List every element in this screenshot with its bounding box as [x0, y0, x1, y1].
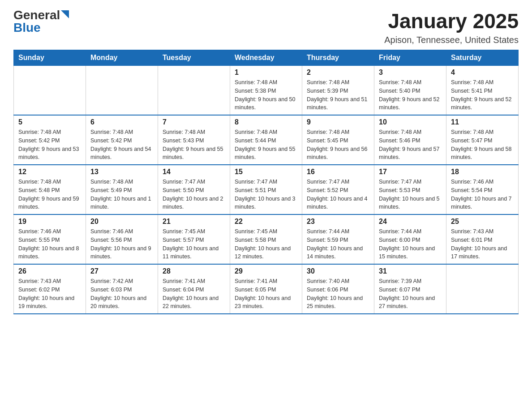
- day-number: 12: [18, 168, 81, 176]
- calendar-week-row: 26Sunrise: 7:43 AM Sunset: 6:02 PM Dayli…: [14, 264, 519, 314]
- calendar-table: Sunday Monday Tuesday Wednesday Thursday…: [13, 50, 519, 314]
- day-info: Sunrise: 7:48 AM Sunset: 5:42 PM Dayligh…: [90, 128, 153, 162]
- table-row: 25Sunrise: 7:43 AM Sunset: 6:01 PM Dayli…: [446, 214, 519, 264]
- day-number: 10: [379, 118, 442, 126]
- day-info: Sunrise: 7:48 AM Sunset: 5:41 PM Dayligh…: [451, 78, 514, 112]
- col-sunday: Sunday: [14, 50, 86, 66]
- day-info: Sunrise: 7:48 AM Sunset: 5:47 PM Dayligh…: [451, 128, 514, 162]
- table-row: 7Sunrise: 7:48 AM Sunset: 5:43 PM Daylig…: [158, 115, 230, 165]
- day-number: 24: [379, 218, 442, 226]
- day-number: 28: [163, 267, 225, 275]
- day-info: Sunrise: 7:48 AM Sunset: 5:46 PM Dayligh…: [379, 128, 442, 162]
- day-number: 11: [451, 118, 514, 126]
- table-row: 4Sunrise: 7:48 AM Sunset: 5:41 PM Daylig…: [446, 66, 519, 116]
- day-number: 31: [379, 267, 442, 275]
- day-info: Sunrise: 7:48 AM Sunset: 5:44 PM Dayligh…: [235, 128, 297, 162]
- table-row: [14, 66, 86, 116]
- col-saturday: Saturday: [446, 50, 519, 66]
- day-number: 14: [163, 168, 225, 176]
- day-info: Sunrise: 7:45 AM Sunset: 5:58 PM Dayligh…: [235, 227, 297, 261]
- day-info: Sunrise: 7:48 AM Sunset: 5:49 PM Dayligh…: [90, 178, 153, 211]
- day-number: 16: [307, 168, 369, 176]
- table-row: 13Sunrise: 7:48 AM Sunset: 5:49 PM Dayli…: [86, 165, 158, 214]
- calendar-week-row: 12Sunrise: 7:48 AM Sunset: 5:48 PM Dayli…: [14, 165, 519, 214]
- day-number: 6: [90, 118, 153, 126]
- day-info: Sunrise: 7:47 AM Sunset: 5:53 PM Dayligh…: [379, 178, 442, 211]
- table-row: 11Sunrise: 7:48 AM Sunset: 5:47 PM Dayli…: [446, 115, 519, 165]
- calendar-week-row: 1Sunrise: 7:48 AM Sunset: 5:38 PM Daylig…: [14, 66, 519, 116]
- table-row: 28Sunrise: 7:41 AM Sunset: 6:04 PM Dayli…: [158, 264, 230, 314]
- table-row: 10Sunrise: 7:48 AM Sunset: 5:46 PM Dayli…: [374, 115, 446, 165]
- day-info: Sunrise: 7:47 AM Sunset: 5:51 PM Dayligh…: [235, 178, 297, 211]
- logo-blue-text: Blue: [13, 21, 41, 34]
- day-info: Sunrise: 7:39 AM Sunset: 6:07 PM Dayligh…: [379, 277, 442, 311]
- table-row: 30Sunrise: 7:40 AM Sunset: 6:06 PM Dayli…: [302, 264, 374, 314]
- table-row: 6Sunrise: 7:48 AM Sunset: 5:42 PM Daylig…: [86, 115, 158, 165]
- day-info: Sunrise: 7:41 AM Sunset: 6:05 PM Dayligh…: [235, 277, 297, 311]
- day-info: Sunrise: 7:43 AM Sunset: 6:01 PM Dayligh…: [451, 227, 514, 261]
- calendar-subtitle: Apison, Tennessee, United States: [384, 35, 519, 45]
- day-number: 27: [90, 267, 153, 275]
- day-info: Sunrise: 7:48 AM Sunset: 5:38 PM Dayligh…: [235, 78, 297, 112]
- table-row: 27Sunrise: 7:42 AM Sunset: 6:03 PM Dayli…: [86, 264, 158, 314]
- col-wednesday: Wednesday: [230, 50, 302, 66]
- table-row: 23Sunrise: 7:44 AM Sunset: 5:59 PM Dayli…: [302, 214, 374, 264]
- day-info: Sunrise: 7:46 AM Sunset: 5:56 PM Dayligh…: [90, 227, 153, 261]
- table-row: 26Sunrise: 7:43 AM Sunset: 6:02 PM Dayli…: [14, 264, 86, 314]
- day-number: 23: [307, 218, 369, 226]
- day-number: 29: [235, 267, 297, 275]
- calendar-week-row: 19Sunrise: 7:46 AM Sunset: 5:55 PM Dayli…: [14, 214, 519, 264]
- day-number: 17: [379, 168, 442, 176]
- col-tuesday: Tuesday: [158, 50, 230, 66]
- day-info: Sunrise: 7:44 AM Sunset: 5:59 PM Dayligh…: [307, 227, 369, 261]
- day-number: 21: [163, 218, 225, 226]
- table-row: 1Sunrise: 7:48 AM Sunset: 5:38 PM Daylig…: [230, 66, 302, 116]
- table-row: 19Sunrise: 7:46 AM Sunset: 5:55 PM Dayli…: [14, 214, 86, 264]
- day-number: 22: [235, 218, 297, 226]
- table-row: [86, 66, 158, 116]
- table-row: 14Sunrise: 7:47 AM Sunset: 5:50 PM Dayli…: [158, 165, 230, 214]
- calendar-header-row: Sunday Monday Tuesday Wednesday Thursday…: [14, 50, 519, 66]
- table-row: 9Sunrise: 7:48 AM Sunset: 5:45 PM Daylig…: [302, 115, 374, 165]
- table-row: 17Sunrise: 7:47 AM Sunset: 5:53 PM Dayli…: [374, 165, 446, 214]
- day-number: 20: [90, 218, 153, 226]
- day-info: Sunrise: 7:46 AM Sunset: 5:54 PM Dayligh…: [451, 178, 514, 211]
- day-number: 19: [18, 218, 81, 226]
- table-row: 21Sunrise: 7:45 AM Sunset: 5:57 PM Dayli…: [158, 214, 230, 264]
- day-info: Sunrise: 7:48 AM Sunset: 5:43 PM Dayligh…: [163, 128, 225, 162]
- logo-general-text: General: [13, 9, 60, 21]
- day-number: 5: [18, 118, 81, 126]
- calendar-title: January 2025: [384, 9, 519, 33]
- col-friday: Friday: [374, 50, 446, 66]
- day-info: Sunrise: 7:48 AM Sunset: 5:40 PM Dayligh…: [379, 78, 442, 112]
- day-number: 4: [451, 68, 514, 77]
- day-info: Sunrise: 7:47 AM Sunset: 5:52 PM Dayligh…: [307, 178, 369, 211]
- page-header: General Blue January 2025 Apison, Tennes…: [13, 9, 519, 45]
- day-number: 9: [307, 118, 369, 126]
- logo: General Blue: [13, 9, 69, 34]
- day-info: Sunrise: 7:44 AM Sunset: 6:00 PM Dayligh…: [379, 227, 442, 261]
- day-number: 25: [451, 218, 514, 226]
- col-thursday: Thursday: [302, 50, 374, 66]
- day-number: 7: [163, 118, 225, 126]
- table-row: 22Sunrise: 7:45 AM Sunset: 5:58 PM Dayli…: [230, 214, 302, 264]
- day-number: 8: [235, 118, 297, 126]
- table-row: 15Sunrise: 7:47 AM Sunset: 5:51 PM Dayli…: [230, 165, 302, 214]
- table-row: 12Sunrise: 7:48 AM Sunset: 5:48 PM Dayli…: [14, 165, 86, 214]
- col-monday: Monday: [86, 50, 158, 66]
- day-number: 30: [307, 267, 369, 275]
- day-info: Sunrise: 7:48 AM Sunset: 5:45 PM Dayligh…: [307, 128, 369, 162]
- day-info: Sunrise: 7:45 AM Sunset: 5:57 PM Dayligh…: [163, 227, 225, 261]
- day-number: 3: [379, 68, 442, 77]
- table-row: 20Sunrise: 7:46 AM Sunset: 5:56 PM Dayli…: [86, 214, 158, 264]
- table-row: [158, 66, 230, 116]
- day-info: Sunrise: 7:48 AM Sunset: 5:39 PM Dayligh…: [307, 78, 369, 112]
- day-number: 26: [18, 267, 81, 275]
- day-info: Sunrise: 7:42 AM Sunset: 6:03 PM Dayligh…: [90, 277, 153, 311]
- day-info: Sunrise: 7:46 AM Sunset: 5:55 PM Dayligh…: [18, 227, 81, 261]
- day-number: 1: [235, 68, 297, 77]
- table-row: 16Sunrise: 7:47 AM Sunset: 5:52 PM Dayli…: [302, 165, 374, 214]
- day-info: Sunrise: 7:47 AM Sunset: 5:50 PM Dayligh…: [163, 178, 225, 211]
- table-row: 31Sunrise: 7:39 AM Sunset: 6:07 PM Dayli…: [374, 264, 446, 314]
- table-row: 5Sunrise: 7:48 AM Sunset: 5:42 PM Daylig…: [14, 115, 86, 165]
